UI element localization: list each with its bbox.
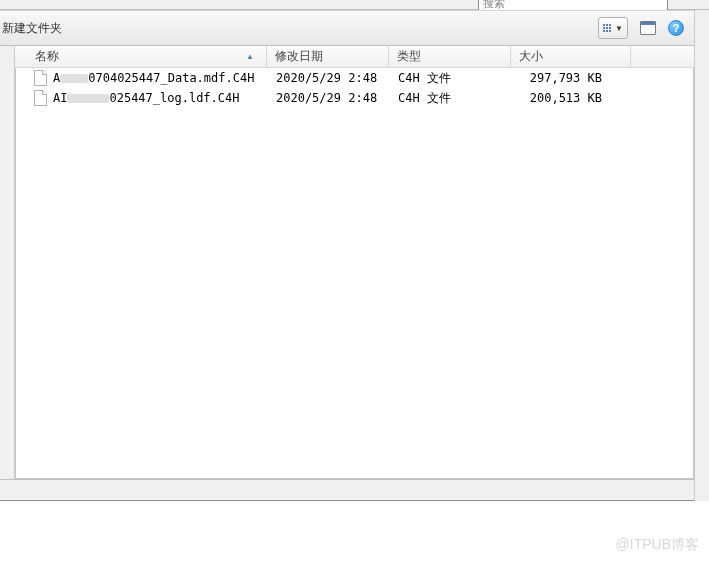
preview-pane-button[interactable] [640,21,656,35]
left-panel-edge [0,46,15,479]
file-icon [34,90,47,106]
file-size: 200,513 KB [512,91,632,105]
new-folder-button[interactable]: 新建文件夹 [2,21,62,35]
column-header-name[interactable]: 名称 ▲ [15,46,267,67]
right-frame-edge [694,10,709,501]
file-row[interactable]: AI025447_log.ldf.C4H 2020/5/29 2:48 C4H … [16,88,693,108]
column-header-size[interactable]: 大小 [511,46,631,67]
window-frame-top: 搜索 [0,0,709,10]
toolbar: 新建文件夹 ▼ ? [0,10,694,46]
sort-ascending-icon: ▲ [246,52,254,61]
file-icon [34,70,47,86]
watermark: @ITPUB博客 [616,536,699,554]
file-list: A0704025447_Data.mdf.C4H 2020/5/29 2:48 … [15,68,694,479]
file-row[interactable]: A0704025447_Data.mdf.C4H 2020/5/29 2:48 … [16,68,693,88]
grid-icon [603,24,611,32]
status-bar [0,479,694,501]
column-headers: 名称 ▲ 修改日期 类型 大小 [15,46,694,68]
file-date: 2020/5/29 2:48 [268,91,390,105]
chevron-down-icon: ▼ [615,24,623,33]
column-header-date[interactable]: 修改日期 [267,46,389,67]
file-name: AI025447_log.ldf.C4H [53,91,240,105]
help-icon[interactable]: ? [668,20,684,36]
file-name: A0704025447_Data.mdf.C4H [53,71,254,85]
column-label: 名称 [35,48,59,65]
file-type: C4H 文件 [390,90,512,107]
column-header-type[interactable]: 类型 [389,46,511,67]
file-type: C4H 文件 [390,70,512,87]
file-date: 2020/5/29 2:48 [268,71,390,85]
file-size: 297,793 KB [512,71,632,85]
view-options-button[interactable]: ▼ [598,17,628,39]
